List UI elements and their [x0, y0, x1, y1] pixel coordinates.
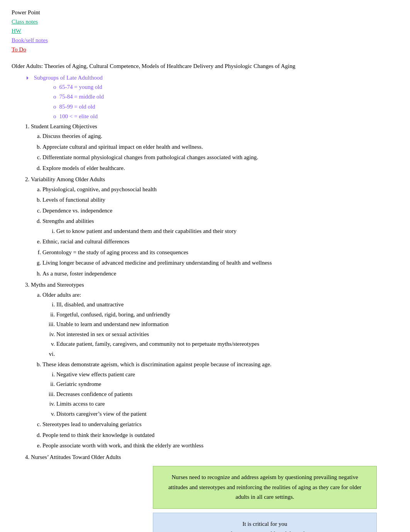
var-item-d: Strengths and abilities Get to know pati… [42, 216, 398, 236]
lo-item-b: Appreciate cultural and spiritual impact… [42, 142, 398, 152]
highlight-blue-box: It is critical for youto learn to respec… [153, 513, 377, 532]
lo-item-a: Discuss theories of aging. [42, 131, 398, 141]
myths-a-i: Ill, disabled, and unattractive [56, 300, 398, 310]
myths-item-a: Older adults are: Ill, disabled, and una… [42, 290, 398, 359]
var-item-f: Gerontology = the study of aging process… [42, 248, 398, 258]
nav-todo[interactable]: To Do [12, 45, 398, 54]
nav-powerpoint: Power Point [12, 8, 398, 17]
myths-b-v: Distorts caregiver’s view of the patient [56, 409, 398, 419]
myths-b-iii: Decreases confidence of patients [56, 389, 398, 399]
myths-item-c: Stereotypes lead to undervaluing geriatr… [42, 420, 398, 430]
myths-b-iv: Limits access to care [56, 399, 398, 409]
content-area: Subgroups of Late Adulthood 65-74 = youn… [12, 73, 398, 532]
var-item-h: As a nurse, foster independence [42, 269, 398, 279]
myths-item-d: People tend to think their knowledge is … [42, 430, 398, 440]
myths-item-e: People associate worth with work, and th… [42, 441, 398, 451]
var-item-a: Physiological, cognitive, and psychosoci… [42, 185, 398, 195]
nurses-highlights: Nurses need to recognize and address age… [131, 466, 398, 532]
var-item-c: Dependence vs. independence [42, 206, 398, 216]
main-numbered-list: Student Learning Objectives Discuss theo… [12, 122, 398, 532]
learning-objectives-list: Discuss theories of aging. Appreciate cu… [31, 131, 398, 173]
myths-a-vi [56, 349, 398, 359]
subgroup-item-4: 100 < = elite old [53, 112, 398, 122]
lo-item-c: Differentiate normal physiological chang… [42, 153, 398, 163]
var-item-e: Ethnic, racial and cultural differences [42, 237, 398, 247]
section-nurses-attitudes: Nurses’ Attitudes Toward Older Adults Nu… [31, 452, 398, 532]
myths-list: Older adults are: Ill, disabled, and una… [31, 290, 398, 451]
section-variability: Variability Among Older Adults Physiolog… [31, 175, 398, 279]
nav-classnotes[interactable]: Class notes [12, 17, 398, 26]
variability-list: Physiological, cognitive, and psychosoci… [31, 185, 398, 279]
variability-d-sub: Get to know patient and understand them … [42, 226, 398, 236]
subgroups-list: 65-74 = young old 75-84 = middle old 85-… [25, 82, 398, 122]
highlight-green-box: Nurses need to recognize and address age… [153, 466, 377, 509]
main-title: Older Adults: Theories of Aging, Cultura… [12, 62, 398, 71]
subgroup-item-1: 65-74 = young old [53, 82, 398, 92]
subgroup-item-3: 85-99 = old old [53, 102, 398, 112]
myths-item-b: These ideas demonstrate ageism, which is… [42, 360, 398, 419]
myths-b-sub: Negative view effects patient care Geria… [42, 370, 398, 419]
myths-a-iv: Not interested in sex or sexual activiti… [56, 330, 398, 340]
section-learning-objectives: Student Learning Objectives Discuss theo… [31, 122, 398, 173]
subgroup-item-2: 75-84 = middle old [53, 92, 398, 102]
myths-b-ii: Geriatric syndrome [56, 379, 398, 389]
subgroups-bullet: Subgroups of Late Adulthood 65-74 = youn… [12, 73, 398, 122]
myths-a-sub: Ill, disabled, and unattractive Forgetfu… [42, 300, 398, 359]
myths-a-ii: Forgetful, confused, rigid, boring, and … [56, 310, 398, 320]
myths-a-iii: Unable to learn and understand new infor… [56, 320, 398, 330]
subgroups-header-item: Subgroups of Late Adulthood 65-74 = youn… [25, 73, 398, 122]
myths-b-i: Negative view effects patient care [56, 370, 398, 380]
section-myths: Myths and Stereotypes Older adults are: … [31, 280, 398, 451]
navigation: Power Point Class notes HW Book/self not… [12, 8, 398, 54]
var-d-i: Get to know patient and understand them … [56, 226, 398, 236]
lo-item-d: Explore models of elder healthcare. [42, 163, 398, 173]
nav-bookself[interactable]: Book/self notes [12, 36, 398, 45]
myths-a-v: Educate patient, family, caregivers, and… [56, 339, 398, 349]
var-item-g: Living longer because of advanced medici… [42, 258, 398, 268]
var-item-b: Levels of functional ability [42, 195, 398, 205]
nav-hw[interactable]: HW [12, 26, 398, 36]
